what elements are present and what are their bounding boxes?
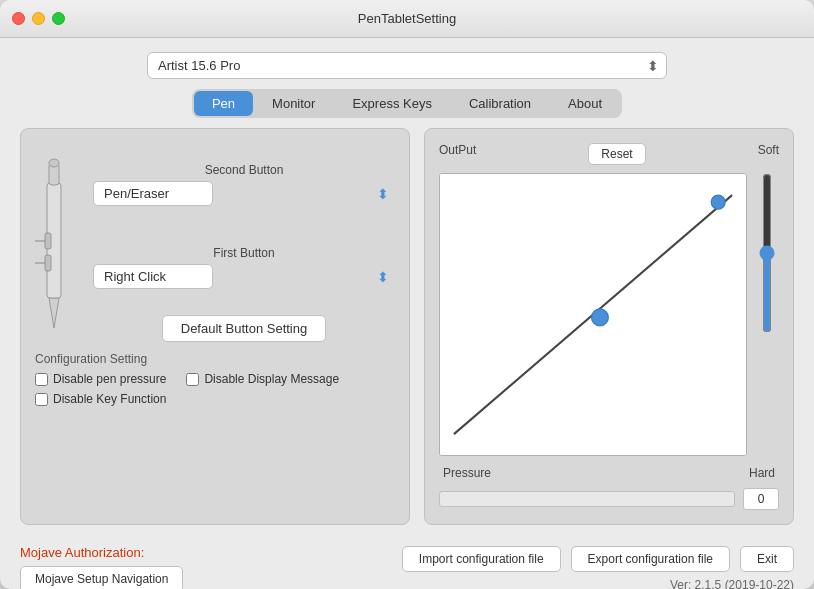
- main-window: PenTabletSetting Artist 15.6 Pro ⬍ Pen M…: [0, 0, 814, 589]
- config-title: Configuration Setting: [35, 352, 395, 366]
- output-label: OutPut: [439, 143, 476, 157]
- svg-rect-4: [45, 233, 51, 249]
- first-button-label: First Button: [93, 246, 395, 260]
- device-select-wrapper: Artist 15.6 Pro ⬍: [147, 52, 667, 79]
- disable-display-checkbox[interactable]: [186, 373, 199, 386]
- soft-label: Soft: [758, 143, 779, 157]
- version-label: Ver: 2.1.5 (2019-10-22): [670, 578, 794, 589]
- checkboxes-row: Disable pen pressure Disable Display Mes…: [35, 372, 395, 386]
- right-panel: OutPut Reset Soft: [424, 128, 794, 525]
- pressure-x-label: Pressure: [443, 466, 491, 480]
- bottom-bar: Mojave Authorization: Mojave Setup Navig…: [20, 535, 794, 589]
- tabs-container: Pen Monitor Express Keys Calibration Abo…: [192, 89, 622, 118]
- pressure-slider[interactable]: [757, 173, 777, 333]
- tab-express-keys[interactable]: Express Keys: [334, 91, 449, 116]
- pen-visual: [35, 143, 73, 333]
- default-button[interactable]: Default Button Setting: [162, 315, 326, 342]
- disable-key-label: Disable Key Function: [53, 392, 166, 406]
- tab-monitor[interactable]: Monitor: [254, 91, 333, 116]
- bottom-left: Mojave Authorization: Mojave Setup Navig…: [20, 545, 183, 589]
- close-button[interactable]: [12, 12, 25, 25]
- second-button-dropdown-wrapper: Pen/EraserRight ClickMiddle ClickScroll …: [93, 181, 395, 206]
- traffic-lights: [12, 12, 65, 25]
- pressure-header: OutPut Reset Soft: [439, 143, 779, 165]
- minimize-button[interactable]: [32, 12, 45, 25]
- tabs-row: Pen Monitor Express Keys Calibration Abo…: [20, 89, 794, 118]
- pressure-axis-labels: Pressure Hard: [439, 464, 779, 480]
- disable-pressure-item[interactable]: Disable pen pressure: [35, 372, 166, 386]
- second-button-group: Second Button Pen/EraserRight ClickMiddl…: [93, 163, 395, 206]
- first-button-select[interactable]: Right ClickMiddle ClickScroll: [93, 264, 213, 289]
- pen-area: Second Button Pen/EraserRight ClickMiddl…: [35, 143, 395, 342]
- pressure-graph[interactable]: [439, 173, 747, 456]
- pressure-bar: [439, 491, 735, 507]
- mojave-auth-label: Mojave Authorization:: [20, 545, 183, 560]
- panels-row: Second Button Pen/EraserRight ClickMiddl…: [20, 128, 794, 525]
- mojave-setup-button[interactable]: Mojave Setup Navigation: [20, 566, 183, 589]
- tab-about[interactable]: About: [550, 91, 620, 116]
- titlebar: PenTabletSetting: [0, 0, 814, 38]
- bottom-buttons: Import configuration file Export configu…: [402, 546, 794, 572]
- pressure-value-row: 0: [439, 488, 779, 510]
- second-button-select[interactable]: Pen/EraserRight ClickMiddle ClickScroll: [93, 181, 213, 206]
- pen-svg: [35, 143, 73, 333]
- pressure-curve-svg: [440, 174, 746, 455]
- reset-button[interactable]: Reset: [588, 143, 645, 165]
- disable-pressure-label: Disable pen pressure: [53, 372, 166, 386]
- tab-calibration[interactable]: Calibration: [451, 91, 549, 116]
- first-button-group: First Button Right ClickMiddle ClickScro…: [93, 246, 395, 289]
- disable-display-label: Disable Display Message: [204, 372, 339, 386]
- hard-label: Hard: [749, 466, 775, 480]
- exit-button[interactable]: Exit: [740, 546, 794, 572]
- second-button-label: Second Button: [93, 163, 395, 177]
- device-select[interactable]: Artist 15.6 Pro: [147, 52, 667, 79]
- pressure-value: 0: [758, 492, 765, 506]
- bottom-right: Import configuration file Export configu…: [402, 546, 794, 589]
- first-button-arrow-icon: ⬍: [377, 269, 389, 285]
- slider-area: [755, 173, 779, 456]
- disable-pressure-checkbox[interactable]: [35, 373, 48, 386]
- second-button-arrow-icon: ⬍: [377, 186, 389, 202]
- checkboxes-row-2: Disable Key Function: [35, 392, 395, 406]
- pen-controls: Second Button Pen/EraserRight ClickMiddl…: [93, 143, 395, 342]
- svg-point-12: [592, 309, 609, 326]
- svg-point-13: [711, 195, 725, 209]
- left-panel: Second Button Pen/EraserRight ClickMiddl…: [20, 128, 410, 525]
- pressure-value-box: 0: [743, 488, 779, 510]
- svg-point-3: [49, 159, 59, 167]
- window-title: PenTabletSetting: [358, 11, 456, 26]
- device-selector-row: Artist 15.6 Pro ⬍: [20, 52, 794, 79]
- maximize-button[interactable]: [52, 12, 65, 25]
- export-button[interactable]: Export configuration file: [571, 546, 730, 572]
- first-button-dropdown-wrapper: Right ClickMiddle ClickScroll ⬍: [93, 264, 395, 289]
- tab-pen[interactable]: Pen: [194, 91, 253, 116]
- svg-marker-0: [49, 298, 59, 328]
- import-button[interactable]: Import configuration file: [402, 546, 561, 572]
- svg-rect-5: [45, 255, 51, 271]
- disable-key-checkbox[interactable]: [35, 393, 48, 406]
- content-area: Artist 15.6 Pro ⬍ Pen Monitor Express Ke…: [0, 38, 814, 589]
- pressure-curve-area: [439, 173, 779, 456]
- config-section: Configuration Setting Disable pen pressu…: [35, 352, 395, 406]
- disable-display-item[interactable]: Disable Display Message: [186, 372, 339, 386]
- disable-key-item[interactable]: Disable Key Function: [35, 392, 166, 406]
